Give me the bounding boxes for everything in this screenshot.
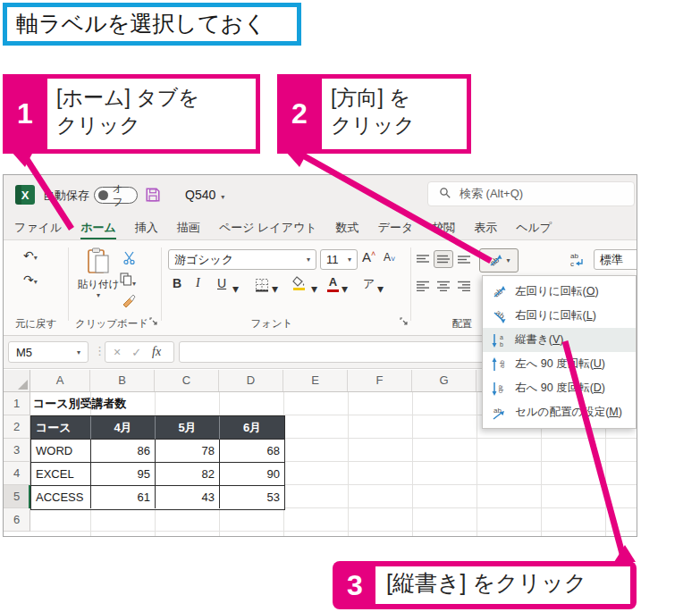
selected-row-accent bbox=[29, 485, 30, 508]
save-icon[interactable] bbox=[145, 187, 161, 206]
font-dialog-launcher-icon[interactable] bbox=[400, 313, 408, 329]
row-header[interactable]: 3 bbox=[4, 439, 30, 462]
tab-page-layout[interactable]: ページ レイアウト bbox=[219, 215, 317, 239]
table-cell[interactable]: 95 bbox=[91, 463, 156, 486]
clipboard-dialog-launcher-icon[interactable] bbox=[149, 313, 157, 329]
format-painter-icon[interactable] bbox=[122, 294, 136, 312]
row-header[interactable]: 6 bbox=[4, 508, 30, 532]
row-header[interactable]: 2 bbox=[4, 415, 30, 439]
chevron-down-icon[interactable]: ▾ bbox=[342, 281, 348, 296]
table-cell[interactable]: 82 bbox=[156, 463, 220, 486]
table-cell[interactable]: 90 bbox=[220, 463, 284, 486]
chevron-down-icon[interactable]: ▾ bbox=[232, 281, 239, 296]
tab-view[interactable]: 表示 bbox=[474, 215, 497, 239]
tab-insert[interactable]: 挿入 bbox=[135, 215, 158, 239]
font-color-icon[interactable]: A bbox=[327, 275, 339, 292]
align-right-icon[interactable] bbox=[454, 277, 474, 295]
table-cell[interactable]: ACCESS bbox=[31, 486, 91, 508]
table-cell[interactable]: 43 bbox=[156, 486, 220, 508]
table-header-cell[interactable]: コース bbox=[31, 416, 91, 440]
chevron-down-icon: ▾ bbox=[348, 256, 351, 264]
grow-font-button[interactable]: A˄ bbox=[362, 249, 375, 264]
orientation-menu: ab 左回りに回転(O) ab 右回りに回転(L) ab 縦書き(V) ab 左… bbox=[482, 275, 637, 429]
shrink-font-button[interactable]: A˅ bbox=[384, 251, 395, 264]
menu-item-rotate-clockwise[interactable]: ab 右回りに回転(L) bbox=[483, 304, 636, 328]
menu-item-vertical-text[interactable]: ab 縦書き(V) bbox=[483, 328, 636, 352]
svg-text:a: a bbox=[500, 334, 503, 340]
chevron-down-icon[interactable]: ▾ bbox=[377, 281, 384, 296]
step-text: [ホーム] タブを クリック bbox=[47, 79, 256, 149]
table-cell[interactable]: EXCEL bbox=[31, 463, 91, 486]
menu-item-format-cell-alignment[interactable]: ab セルの配置の設定(M) bbox=[483, 400, 636, 424]
tab-data[interactable]: データ bbox=[378, 215, 414, 239]
column-header[interactable]: B bbox=[90, 370, 155, 391]
table-cell[interactable]: 61 bbox=[91, 486, 156, 508]
tab-help[interactable]: ヘルプ bbox=[516, 215, 552, 239]
fill-color-icon[interactable] bbox=[292, 276, 306, 290]
search-icon bbox=[439, 187, 451, 202]
workbook-title[interactable]: Q540▾ bbox=[185, 175, 224, 215]
search-input[interactable]: 検索 (Alt+Q) bbox=[427, 181, 635, 206]
chevron-down-icon[interactable]: ▾ bbox=[272, 281, 278, 296]
row-header[interactable]: 4 bbox=[4, 462, 30, 485]
column-header[interactable]: C bbox=[155, 370, 219, 391]
row-header[interactable]: 1 bbox=[4, 392, 30, 415]
column-header[interactable]: G bbox=[412, 370, 477, 391]
angle-counterclockwise-icon: ab bbox=[490, 284, 508, 300]
table-cell[interactable]: 53 bbox=[220, 486, 284, 508]
font-name-combo[interactable]: 游ゴシック▾ bbox=[168, 249, 316, 270]
alignment-group-label: 配置 bbox=[440, 317, 485, 331]
undo-icon[interactable]: ↶▾ bbox=[23, 248, 38, 263]
cell-a1-title[interactable]: コース別受講者数 bbox=[33, 392, 266, 415]
tab-formulas[interactable]: 数式 bbox=[336, 215, 359, 239]
align-middle-icon[interactable] bbox=[434, 250, 453, 268]
table-header-cell[interactable]: 5月 bbox=[156, 416, 220, 440]
select-all-corner[interactable] bbox=[4, 370, 30, 391]
redo-icon[interactable]: ↷▾ bbox=[23, 272, 38, 287]
table-cell[interactable]: 86 bbox=[91, 440, 156, 463]
column-header[interactable]: D bbox=[219, 370, 283, 391]
enter-icon[interactable]: ✓ bbox=[131, 346, 141, 359]
tab-draw[interactable]: 描画 bbox=[177, 215, 200, 239]
tab-file[interactable]: ファイル bbox=[14, 215, 62, 239]
data-table[interactable]: コース 4月 5月 6月 WORD 86 78 68 EXCEL 95 82 9… bbox=[30, 415, 285, 510]
insert-function-icon[interactable]: fx bbox=[152, 345, 161, 359]
bold-button[interactable]: B bbox=[173, 276, 181, 290]
menu-item-rotate-up-90[interactable]: ab 左へ 90 度回転(U) bbox=[483, 352, 636, 376]
column-header[interactable]: E bbox=[283, 370, 348, 391]
orientation-button[interactable]: ab ▾ bbox=[479, 248, 519, 272]
italic-button[interactable]: I bbox=[196, 276, 200, 290]
number-format-combo[interactable]: 標準 bbox=[594, 249, 637, 270]
table-header-cell[interactable]: 6月 bbox=[220, 416, 284, 440]
menu-item-rotate-down-90[interactable]: ab 右へ 90 度回転(D) bbox=[483, 376, 636, 400]
table-cell[interactable]: 68 bbox=[220, 440, 284, 463]
tab-home[interactable]: ホーム bbox=[80, 215, 116, 239]
phonetic-guide-button[interactable]: ア bbox=[363, 276, 375, 292]
paste-button[interactable]: 貼り付け ▾ bbox=[77, 247, 120, 299]
table-cell[interactable]: 78 bbox=[156, 440, 220, 463]
column-header[interactable]: A bbox=[30, 370, 90, 391]
underline-button[interactable]: U bbox=[217, 276, 226, 290]
excel-app-icon[interactable]: X bbox=[15, 185, 35, 205]
align-bottom-icon[interactable] bbox=[454, 250, 474, 268]
align-center-icon[interactable] bbox=[434, 277, 453, 295]
tab-review[interactable]: 校閲 bbox=[432, 215, 455, 239]
align-top-icon[interactable] bbox=[413, 250, 433, 268]
menu-item-rotate-counterclockwise[interactable]: ab 左回りに回転(O) bbox=[483, 280, 636, 304]
wrap-text-icon[interactable]: abc bbox=[569, 251, 586, 272]
table-header-cell[interactable]: 4月 bbox=[91, 416, 156, 440]
column-header[interactable]: F bbox=[348, 370, 412, 391]
table-cell[interactable]: WORD bbox=[31, 440, 91, 463]
align-left-icon[interactable] bbox=[413, 277, 433, 295]
step-number: 3 bbox=[333, 561, 377, 609]
callout-step-3: 3 [縦書き] をクリック bbox=[333, 561, 637, 609]
cancel-icon[interactable]: × bbox=[114, 345, 121, 359]
name-box[interactable]: M5 ▾ bbox=[8, 341, 89, 363]
font-size-combo[interactable]: 11▾ bbox=[320, 249, 358, 270]
borders-icon[interactable] bbox=[255, 278, 269, 296]
cut-icon[interactable] bbox=[122, 251, 136, 268]
autosave-toggle[interactable]: オフ bbox=[94, 187, 138, 204]
row-header-selected[interactable]: 5 bbox=[4, 485, 30, 508]
copy-icon[interactable]: ▾ bbox=[120, 272, 136, 289]
chevron-down-icon[interactable]: ▾ bbox=[311, 281, 317, 296]
